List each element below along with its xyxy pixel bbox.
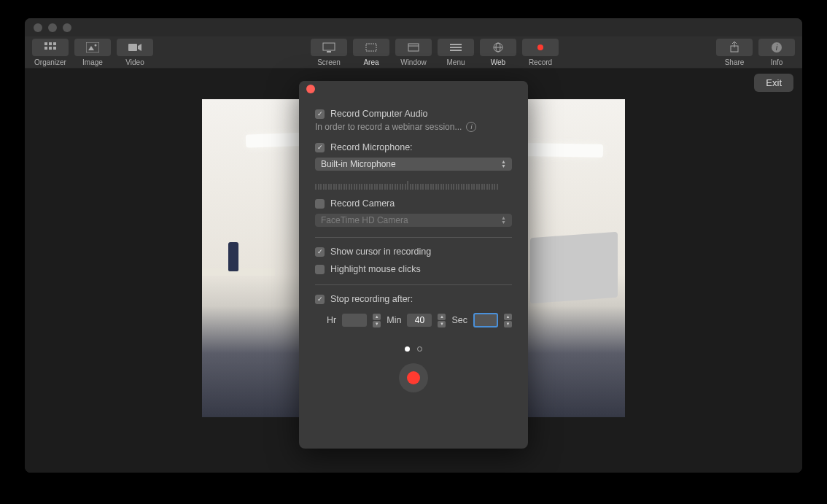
image-icon xyxy=(86,42,99,53)
minimize-window-icon[interactable] xyxy=(48,23,57,32)
chevron-up-icon[interactable]: ▲ xyxy=(438,314,446,320)
sec-stepper[interactable]: ▲▼ xyxy=(504,313,512,327)
toolbar-record[interactable]: Record xyxy=(522,39,559,66)
show-cursor-row[interactable]: Show cursor in recording xyxy=(315,247,512,257)
chevron-up-icon[interactable]: ▲ xyxy=(373,314,381,320)
highlight-clicks-row[interactable]: Highlight mouse clicks xyxy=(315,264,512,274)
checkbox-icon[interactable] xyxy=(315,199,325,209)
microphone-select[interactable]: Built-in Microphone ▲▼ xyxy=(315,158,512,171)
menu-icon xyxy=(450,43,462,52)
highlight-clicks-label: Highlight mouse clicks xyxy=(330,264,421,274)
divider xyxy=(315,284,512,285)
main-area: Exit Record Computer Audio In order to r… xyxy=(25,69,802,473)
chevron-up-icon[interactable]: ▲ xyxy=(504,314,512,320)
close-window-icon[interactable] xyxy=(34,23,42,32)
toolbar-area[interactable]: Area xyxy=(353,39,389,66)
toolbar-label: Window xyxy=(400,58,427,66)
record-computer-audio-row[interactable]: Record Computer Audio xyxy=(315,109,512,119)
record-microphone-row[interactable]: Record Microphone: xyxy=(315,142,512,152)
toolbar-screen[interactable]: Screen xyxy=(311,39,347,66)
toolbar-label: Area xyxy=(363,58,378,66)
checkbox-icon[interactable] xyxy=(315,265,325,274)
chevron-down-icon[interactable]: ▼ xyxy=(504,321,512,327)
svg-rect-12 xyxy=(327,51,331,53)
toolbar-group-center: Screen Area Window Menu Web Record xyxy=(311,39,559,66)
stop-after-row[interactable]: Stop recording after: xyxy=(315,294,512,304)
chevron-down-icon[interactable]: ▼ xyxy=(438,321,446,327)
record-microphone-label: Record Microphone: xyxy=(330,142,413,152)
chevron-updown-icon: ▲▼ xyxy=(501,216,506,225)
close-icon[interactable] xyxy=(306,85,315,93)
toolbar-group-left: Organizer Image Video xyxy=(32,39,153,66)
svg-point-22 xyxy=(537,44,543,50)
svg-rect-3 xyxy=(44,47,47,50)
toolbar-window[interactable]: Window xyxy=(395,39,432,66)
svg-rect-0 xyxy=(44,42,47,45)
svg-rect-11 xyxy=(323,43,335,50)
record-computer-audio-label: Record Computer Audio xyxy=(330,109,427,119)
computer-audio-hint: In order to record a webinar session... … xyxy=(315,122,512,132)
camera-select[interactable]: FaceTime HD Camera ▲▼ xyxy=(315,214,512,227)
record-icon xyxy=(535,42,546,53)
checkbox-icon[interactable] xyxy=(315,295,325,304)
exit-button[interactable]: Exit xyxy=(754,74,793,92)
checkbox-icon[interactable] xyxy=(315,143,325,152)
show-cursor-label: Show cursor in recording xyxy=(330,247,431,257)
preview-desk xyxy=(202,268,275,276)
svg-rect-1 xyxy=(49,42,52,45)
camera-selected: FaceTime HD Camera xyxy=(321,215,408,225)
toolbar-label: Share xyxy=(725,58,745,66)
svg-marker-10 xyxy=(138,44,141,51)
svg-marker-7 xyxy=(88,46,94,50)
zoom-window-icon[interactable] xyxy=(63,23,71,32)
chevron-updown-icon: ▲▼ xyxy=(501,160,506,168)
sec-input[interactable] xyxy=(473,313,498,327)
toolbar-image[interactable]: Image xyxy=(74,39,111,66)
min-stepper[interactable]: ▲▼ xyxy=(438,313,446,327)
record-camera-row[interactable]: Record Camera xyxy=(315,198,512,209)
page-dot-1[interactable] xyxy=(405,346,410,352)
toolbar-info[interactable]: i Info xyxy=(758,39,795,66)
svg-rect-6 xyxy=(86,42,99,53)
svg-rect-4 xyxy=(49,47,52,50)
screen-icon xyxy=(322,42,335,53)
toolbar-menu[interactable]: Menu xyxy=(438,39,474,66)
toolbar-organizer[interactable]: Organizer xyxy=(32,39,69,66)
toolbar-share[interactable]: Share xyxy=(716,39,753,66)
svg-rect-14 xyxy=(408,44,419,51)
popup-body: Record Computer Audio In order to record… xyxy=(299,97,528,449)
toolbar-label: Screen xyxy=(317,58,341,66)
toolbar-label: Image xyxy=(82,58,103,66)
toolbar-web[interactable]: Web xyxy=(480,39,516,66)
titlebar xyxy=(25,18,802,36)
info-icon[interactable]: i xyxy=(466,122,476,132)
page-dot-2[interactable] xyxy=(417,346,422,352)
toolbar-label: Organizer xyxy=(34,58,66,66)
svg-rect-2 xyxy=(53,42,56,45)
checkbox-icon[interactable] xyxy=(315,247,325,257)
toolbar-video[interactable]: Video xyxy=(117,39,153,66)
area-icon xyxy=(365,42,378,53)
start-record-button[interactable] xyxy=(399,363,428,392)
preview-laptop xyxy=(530,232,618,303)
share-icon xyxy=(729,42,739,53)
video-icon xyxy=(128,43,141,52)
page-indicator xyxy=(315,346,512,352)
svg-rect-5 xyxy=(53,47,56,50)
toolbar-label: Video xyxy=(125,58,144,66)
toolbar-label: Web xyxy=(491,58,505,66)
hint-text: In order to record a webinar session... xyxy=(315,122,462,132)
hr-stepper[interactable]: ▲▼ xyxy=(373,313,381,327)
preview-object xyxy=(228,242,238,271)
checkbox-icon[interactable] xyxy=(315,109,325,119)
divider xyxy=(315,237,512,238)
chevron-down-icon[interactable]: ▼ xyxy=(373,321,381,327)
hr-input[interactable] xyxy=(342,314,367,327)
svg-rect-13 xyxy=(366,44,376,51)
info-icon: i xyxy=(771,42,783,53)
toolbar-label: Record xyxy=(529,58,552,66)
min-input[interactable] xyxy=(407,314,432,327)
hr-label: Hr xyxy=(327,315,336,325)
svg-rect-9 xyxy=(128,44,137,51)
min-label: Min xyxy=(387,315,401,325)
